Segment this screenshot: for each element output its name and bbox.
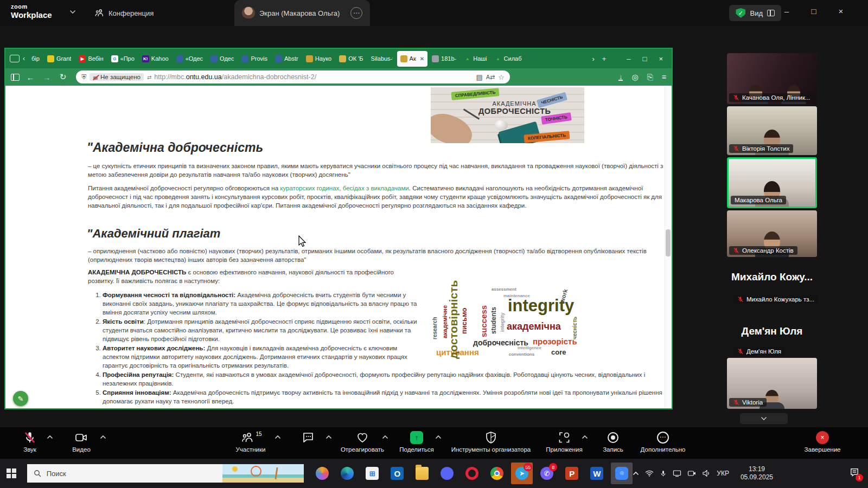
browser-tab[interactable]: ОК 'Б xyxy=(336,52,366,66)
bookmark-star-icon[interactable]: ☆ xyxy=(498,73,505,81)
chrome-icon[interactable] xyxy=(486,463,508,484)
sidebar-toggle-icon[interactable] xyxy=(11,74,20,81)
view-button[interactable]: ✓ Вид xyxy=(729,5,781,21)
browser-tab[interactable]: Provis xyxy=(238,52,271,66)
browser-tab[interactable]: «Одес xyxy=(173,52,206,66)
url-text[interactable]: http://mbc.ontu.edu.ua/akademichna-dobro… xyxy=(154,73,473,81)
display-icon[interactable] xyxy=(673,470,681,477)
system-tray: УКР 13:19 05.09.2025 1 xyxy=(633,465,868,481)
close-button[interactable]: × xyxy=(834,7,848,16)
browser-close-icon[interactable]: × xyxy=(659,55,663,63)
back-icon[interactable]: ← xyxy=(25,73,36,82)
browser-restore-icon[interactable]: □ xyxy=(643,55,647,63)
discord-icon[interactable] xyxy=(436,463,458,484)
reader-view-icon[interactable]: ▤ xyxy=(476,73,482,81)
downloads-icon[interactable]: ↓ xyxy=(618,74,623,81)
browser-tab[interactable]: Науко xyxy=(303,52,335,66)
opera-icon[interactable] xyxy=(461,463,483,484)
end-meeting-button[interactable]: × Завершение xyxy=(776,431,868,453)
workspace-switcher-chevron-icon[interactable] xyxy=(69,10,76,14)
outlook-icon[interactable]: O xyxy=(386,463,408,484)
video-options-chevron-icon[interactable] xyxy=(100,435,106,439)
telegram-badge: 55 xyxy=(524,463,532,471)
tray-chevron-up-icon[interactable] xyxy=(633,471,639,476)
share-chevron-icon[interactable] xyxy=(435,435,442,439)
browser-tab[interactable]: Grant xyxy=(44,52,75,66)
address-bar[interactable]: ⛨ Не защищено ⇄ http://mbc.ontu.edu.ua/a… xyxy=(76,70,510,84)
firefox-icon[interactable] xyxy=(311,463,333,484)
edge-icon[interactable] xyxy=(336,463,358,484)
chat-icon xyxy=(302,431,315,444)
tray-camera-icon[interactable] xyxy=(687,470,696,477)
microsoft-store-icon[interactable]: ⊞ xyxy=(361,463,383,484)
wifi-icon[interactable] xyxy=(645,470,654,477)
shield-icon xyxy=(484,431,497,444)
scroll-participants-down-button[interactable] xyxy=(740,413,788,424)
ellipsis-icon: ⋯ xyxy=(657,432,669,444)
account-icon[interactable]: ◎ xyxy=(631,73,638,81)
navbar-right-icons: ↓ ◎ ⎘ ≡ xyxy=(618,73,666,82)
browser-tab[interactable]: Abstr xyxy=(272,52,302,66)
list-all-tabs-icon[interactable] xyxy=(611,56,617,61)
tab-close-icon[interactable]: ✕ xyxy=(420,56,424,62)
browser-tab[interactable]: ▶Вебін xyxy=(75,52,106,66)
browser-tab[interactable]: Silabus-vi xyxy=(368,52,396,66)
not-secure-chip[interactable]: Не защищено xyxy=(90,73,144,81)
participant-video-viktoria[interactable]: Viktoria xyxy=(727,358,817,409)
participant-video-makarova-active[interactable]: Макарова Ольга xyxy=(727,157,817,208)
browser-tab[interactable]: 181b- xyxy=(429,52,459,66)
menu-icon[interactable]: ≡ xyxy=(662,73,666,81)
taskbar-search[interactable]: Поиск xyxy=(27,464,304,483)
tray-mic-icon[interactable] xyxy=(660,470,667,477)
browser-tab[interactable]: Одес xyxy=(207,52,237,66)
page-scrollbar[interactable] xyxy=(665,86,672,408)
tab-screen-share[interactable]: Экран (Макарова Ольга) ⋯ xyxy=(234,0,370,26)
plagiarism-paragraph: – оприлюднення (частково або повністю) н… xyxy=(88,247,666,264)
word-icon[interactable]: W xyxy=(586,463,608,484)
forward-icon[interactable]: → xyxy=(41,73,52,82)
notification-center-icon[interactable]: 1 xyxy=(850,467,859,479)
powerpoint-icon[interactable]: P xyxy=(561,463,583,484)
language-indicator[interactable]: УКР xyxy=(717,470,729,477)
file-explorer-icon[interactable] xyxy=(411,463,433,484)
clock[interactable]: 13:19 05.09.2025 xyxy=(741,465,773,481)
scroll-tabs-right-icon[interactable]: › xyxy=(589,55,597,63)
tab-title: Одес xyxy=(220,55,234,62)
extensions-icon[interactable]: ⎘ xyxy=(647,73,653,82)
translate-icon[interactable]: A⇄ xyxy=(486,74,495,81)
browser-tab[interactable]: ▲Силаб xyxy=(492,52,525,66)
new-tab-icon[interactable]: + xyxy=(599,55,609,63)
restore-button[interactable]: □ xyxy=(807,7,821,16)
start-button[interactable] xyxy=(0,468,23,478)
volume-icon[interactable] xyxy=(702,470,711,477)
browser-tab[interactable]: G«Про xyxy=(108,52,138,66)
tab-conference[interactable]: Конференция xyxy=(87,0,161,26)
zoom-app-icon[interactable]: ⌾ xyxy=(611,463,633,484)
participant-video-kostiv[interactable]: Олександр Костів xyxy=(727,210,817,257)
firefox-view-icon[interactable] xyxy=(10,55,20,62)
tab-options-icon[interactable]: ⋯ xyxy=(350,7,362,19)
browser-tab[interactable]: бір xyxy=(28,52,43,66)
participant-display-name[interactable]: Дем'ян Юля xyxy=(722,325,822,337)
participant-video-tolstykh[interactable]: Вікторія Толстих xyxy=(727,106,817,155)
browser-tab[interactable]: K!Kahoo xyxy=(139,52,172,66)
participant-video-kachanova[interactable]: Качанова Оля, Лінник... xyxy=(727,53,817,104)
search-highlight-image[interactable] xyxy=(222,464,304,483)
scroll-tabs-left-icon[interactable]: ‹ xyxy=(22,55,26,62)
participant-display-name[interactable]: Михайло Кожу... xyxy=(722,271,822,283)
browser-tab[interactable]: ▲Наші xyxy=(461,52,490,66)
viber-icon[interactable]: ✆8 xyxy=(536,463,558,484)
browser-minimize-icon[interactable]: – xyxy=(627,55,630,63)
more-button[interactable]: ⋯ Дополнительно xyxy=(617,431,709,453)
curator-hours-link[interactable]: кураторских годинах, бесідах з викладача… xyxy=(280,185,409,191)
scrollbar-thumb[interactable] xyxy=(666,229,671,256)
telegram-icon[interactable]: ➤55 xyxy=(511,463,533,484)
edit-page-button[interactable]: ✎ xyxy=(13,391,28,406)
browser-tab-active[interactable]: Ак✕ xyxy=(397,51,428,67)
video-button[interactable]: Видео xyxy=(35,431,127,453)
reload-icon[interactable]: ↻ xyxy=(58,72,68,82)
permissions-icon[interactable]: ⇄ xyxy=(147,74,151,80)
participant-name-chip: Макарова Ольга xyxy=(731,196,786,204)
tracking-shield-icon[interactable]: ⛨ xyxy=(81,73,86,81)
minimize-button[interactable]: – xyxy=(780,7,794,16)
